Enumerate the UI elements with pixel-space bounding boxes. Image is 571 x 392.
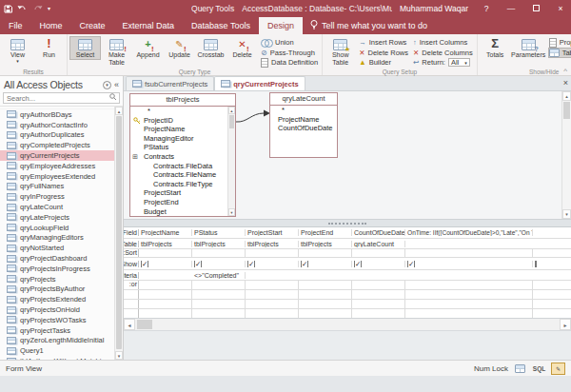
grid-cell[interactable]	[139, 300, 192, 308]
tab-external-data[interactable]: External Data	[114, 17, 184, 34]
grid-cell-field[interactable]: OnTime: IIf([CountOfDueDate]>0,"Late","O…	[405, 229, 533, 236]
scroll-thumb[interactable]	[116, 116, 122, 349]
field-item[interactable]: ProjectStart	[130, 188, 235, 198]
grid-cell-field[interactable]: ProjectName	[139, 229, 192, 236]
grid-cell-show[interactable]	[139, 261, 192, 267]
show-checkbox[interactable]	[141, 261, 148, 267]
show-checkbox[interactable]	[301, 261, 308, 267]
grid-cell-or[interactable]	[246, 281, 299, 289]
grid-cell-sort[interactable]	[405, 249, 533, 257]
grid-cell[interactable]	[405, 300, 533, 308]
grid-cell-sort[interactable]	[299, 249, 352, 257]
tab-home[interactable]: Home	[31, 17, 71, 34]
save-icon[interactable]	[4, 5, 12, 13]
builder-button[interactable]: ▲Builder	[359, 58, 408, 68]
delete-rows-button[interactable]: ✕Delete Rows	[359, 49, 408, 58]
list-item[interactable]: qryProjects	[0, 274, 123, 284]
tab-create[interactable]: Create	[71, 17, 114, 34]
grid-cell[interactable]	[533, 290, 571, 299]
doc-tab-qrycurrentprojects[interactable]: qryCurrentProjects	[214, 76, 305, 90]
datasheet-view-icon[interactable]	[513, 363, 527, 375]
grid-cell[interactable]	[533, 309, 571, 318]
grid-cell-table[interactable]: tblProjects	[246, 241, 299, 247]
list-item[interactable]: qryProjectDashboard	[0, 253, 123, 264]
grid-cell-table[interactable]: tblProjects	[139, 241, 192, 247]
sql-view-icon[interactable]: SQL	[532, 363, 546, 375]
grid-cell[interactable]	[352, 300, 405, 308]
list-item[interactable]: Query1	[0, 345, 123, 356]
field-item[interactable]: PStatus	[130, 143, 235, 152]
grid-cell-or[interactable]	[139, 281, 192, 289]
field-item[interactable]: Contracts.FileName	[130, 170, 235, 180]
scroll-up-icon[interactable]: ▴	[115, 107, 123, 115]
pass-through-button[interactable]: ⊘Pass-Through	[261, 49, 318, 58]
grid-cell-show[interactable]	[405, 261, 533, 267]
grid-cell[interactable]	[139, 290, 192, 299]
search-input[interactable]	[4, 94, 109, 103]
delete-query-button[interactable]: ✕! Delete	[226, 36, 258, 60]
list-item[interactable]: tblAuthors Without Matchin...	[0, 356, 123, 360]
list-item[interactable]: qryProjectsExtended	[0, 294, 123, 304]
grid-cell[interactable]	[246, 300, 299, 308]
crosstab-button[interactable]: Crosstab	[195, 36, 226, 60]
grid-cell-show[interactable]	[533, 261, 571, 267]
list-item[interactable]: qryProjectsInProgress	[0, 264, 123, 274]
scroll-down-icon[interactable]: ▾	[228, 208, 235, 216]
append-button[interactable]: +! Append	[132, 36, 164, 60]
list-item[interactable]: qryCompletedProjects	[0, 140, 123, 150]
grid-cell[interactable]	[533, 300, 571, 308]
select-query-button[interactable]: Select	[69, 36, 101, 60]
field-item[interactable]: *	[130, 107, 235, 116]
show-checkbox[interactable]	[194, 261, 202, 267]
grid-cell-or[interactable]	[533, 281, 571, 289]
field-item[interactable]: ManagingEditor	[130, 134, 235, 144]
grid-cell-sort[interactable]	[192, 249, 246, 257]
scroll-thumb[interactable]	[137, 320, 152, 329]
grid-horizontal-scrollbar[interactable]: ◂ ▸	[124, 319, 571, 331]
view-button[interactable]: View▾	[2, 36, 33, 65]
grid-cell-field[interactable]: ProjectStart	[246, 229, 299, 236]
grid-cell-sort[interactable]	[246, 249, 299, 257]
close-button[interactable]: ×	[554, 4, 567, 13]
grid-cell[interactable]	[246, 309, 299, 318]
grid-cell-criteria[interactable]: <>"Completed"	[192, 272, 246, 279]
grid-cell-sort[interactable]	[352, 249, 405, 257]
user-name[interactable]: Muhammad Waqar	[400, 4, 468, 13]
scroll-track[interactable]	[152, 319, 560, 330]
scroll-thumb[interactable]	[563, 102, 570, 119]
grid-cell-show[interactable]	[352, 261, 405, 267]
grid-cell-field[interactable]: PStatus	[192, 229, 246, 236]
property-sheet-button[interactable]: Property Sheet	[549, 38, 571, 48]
field-list-tblprojects[interactable]: tblProjects * ProjectID ProjectName Mana…	[129, 93, 236, 217]
grid-cell-or[interactable]	[299, 281, 352, 289]
show-checkbox[interactable]	[535, 261, 537, 267]
grid-cell[interactable]	[246, 290, 299, 299]
show-checkbox[interactable]	[407, 261, 415, 267]
list-item[interactable]: qryNotStarted	[0, 243, 123, 253]
list-item[interactable]: qryProjectTasks	[0, 325, 123, 336]
tab-design[interactable]: Design	[259, 17, 303, 34]
list-item[interactable]: qryZeroLengthMiddleInitial	[0, 336, 123, 346]
collapse-ribbon-icon[interactable]: ^	[563, 67, 567, 75]
field-item[interactable]: *	[270, 106, 337, 115]
field-item[interactable]: CountOfDueDate	[270, 124, 337, 133]
redo-icon[interactable]	[32, 5, 43, 13]
scroll-down-icon[interactable]: ▾	[115, 351, 123, 360]
grid-cell[interactable]	[299, 309, 352, 318]
shutter-bar-icon[interactable]: «	[114, 80, 119, 89]
list-item[interactable]: qryEmployeesExtended	[0, 171, 123, 182]
show-checkbox[interactable]	[247, 261, 255, 267]
design-pane-scrollbar[interactable]: ▴ ▾	[561, 91, 571, 219]
list-item[interactable]: qryProjectsWOTasks	[0, 315, 123, 325]
table-names-button[interactable]: Table Names	[549, 49, 571, 58]
data-definition-button[interactable]: Data Definition	[261, 58, 318, 68]
search-box[interactable]	[3, 92, 120, 104]
field-item[interactable]: Contracts.FileData	[130, 162, 235, 171]
totals-button[interactable]: Σ Totals	[480, 36, 511, 60]
grid-cell-or[interactable]	[405, 281, 533, 289]
show-table-button[interactable]: ★ Show Table	[325, 36, 356, 67]
grid-cell[interactable]	[139, 309, 192, 318]
grid-cell[interactable]	[192, 300, 246, 308]
nav-filter-icon[interactable]: ▾	[103, 81, 111, 89]
field-item[interactable]: Budget	[130, 207, 235, 216]
